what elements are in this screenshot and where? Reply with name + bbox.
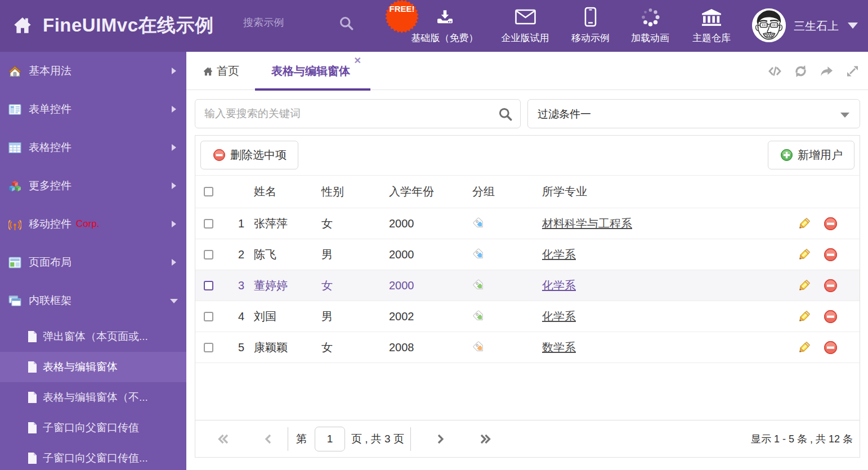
expand-icon[interactable] (846, 65, 859, 78)
sidebar-item-form-controls[interactable]: 表单控件 (0, 90, 186, 128)
tab-home[interactable]: 首页 (203, 52, 239, 90)
source-code-icon[interactable] (768, 65, 781, 78)
major-link[interactable]: 化学系 (542, 279, 576, 292)
row-checkbox[interactable] (204, 343, 213, 352)
frames-icon (8, 294, 21, 307)
first-page-button[interactable] (218, 433, 229, 445)
main-area: 首页 表格与编辑窗体 ✕ 过滤条件一 (186, 52, 868, 470)
row-checkbox[interactable] (204, 250, 213, 259)
delete-row-icon[interactable] (824, 279, 837, 292)
nav-mobile-demo[interactable]: 移动示例 (571, 5, 610, 44)
app-title: FineUIMvc在线示例 (43, 13, 214, 38)
sidebar-item-basic-usage[interactable]: 基本用法 (0, 52, 186, 90)
avatar[interactable] (752, 8, 786, 42)
plus-circle-icon (781, 149, 793, 161)
nav-enterprise-trial[interactable]: 企业版试用 (502, 5, 549, 44)
delete-row-icon[interactable] (824, 248, 837, 261)
major-link[interactable]: 材料科学与工程系 (542, 217, 632, 230)
last-page-button[interactable] (480, 433, 491, 445)
layout-icon (8, 256, 21, 269)
table-row[interactable]: 2 陈飞 男 2000 化学系 (195, 239, 860, 270)
nav-theme-repo[interactable]: 主题仓库 (692, 5, 731, 44)
table-row-selected[interactable]: 3 董婷婷 女 2000 化学系 (195, 270, 860, 301)
table-row[interactable]: 1 张萍萍 女 2000 材料科学与工程系 (195, 208, 860, 239)
column-header-major[interactable]: 所学专业 (542, 184, 798, 199)
row-checkbox[interactable] (204, 312, 213, 321)
add-user-button[interactable]: 新增用户 (768, 141, 854, 169)
keyword-search-input[interactable] (195, 100, 488, 128)
tag-icon (472, 310, 486, 323)
nav-basic-free[interactable]: 基础版（免费） (411, 5, 478, 44)
sidebar-subitem-child-to-parent-2[interactable]: 子窗口向父窗口传值... (0, 443, 186, 470)
antenna-icon (8, 218, 21, 231)
corp-badge: Corp. (76, 218, 100, 230)
page-suffix: 页 , 共 3 页 (351, 432, 404, 446)
major-link[interactable]: 化学系 (542, 310, 576, 323)
sidebar-item-grid-controls[interactable]: 表格控件 (0, 128, 186, 167)
sidebar-subitem-grid-edit-window[interactable]: 表格与编辑窗体 (0, 352, 186, 382)
chevron-right-icon (172, 106, 176, 113)
tag-icon (472, 217, 486, 230)
grid-panel: 删除选中项 新增用户 姓名 性别 入学年份 分组 所学专业 (195, 135, 860, 458)
major-link[interactable]: 化学系 (542, 248, 576, 261)
active-tab-underline (255, 88, 370, 91)
row-checkbox[interactable] (204, 281, 213, 290)
record-count-summary: 显示 1 - 5 条 , 共 12 条 (751, 432, 853, 446)
row-checkbox[interactable] (204, 219, 213, 229)
sidebar-item-more-controls[interactable]: 更多控件 (0, 167, 186, 205)
column-header-year[interactable]: 入学年份 (389, 184, 472, 199)
delete-row-icon[interactable] (824, 310, 837, 323)
delete-row-icon[interactable] (824, 217, 837, 230)
tab-grid-edit-window[interactable]: 表格与编辑窗体 ✕ (255, 52, 370, 90)
sidebar-subitem-popup-window[interactable]: 弹出窗体（本页面或... (0, 321, 186, 352)
nav-loading-animation[interactable]: 加载动画 (631, 5, 669, 44)
chevron-right-icon (172, 68, 176, 74)
page-number-input[interactable] (315, 427, 345, 451)
user-name[interactable]: 三生石上 (794, 19, 839, 34)
next-page-button[interactable] (435, 433, 446, 445)
download-icon (435, 5, 454, 29)
chevron-down-icon (170, 299, 178, 303)
data-grid: 姓名 性别 入学年份 分组 所学专业 1 张萍萍 女 2000 材料科学与工程系 (195, 175, 860, 363)
grid-toolbar: 删除选中项 新增用户 (195, 136, 860, 175)
sidebar-subitem-child-to-parent[interactable]: 子窗口向父窗口传值 (0, 413, 186, 443)
filter-dropdown[interactable]: 过滤条件一 (527, 99, 860, 128)
sidebar-item-iframe[interactable]: 内联框架 (0, 281, 186, 320)
delete-selected-button[interactable]: 删除选中项 (200, 141, 298, 169)
table-row[interactable]: 4 刘国 男 2002 化学系 (195, 301, 860, 332)
edit-pencil-icon[interactable] (798, 248, 811, 261)
home-icon (8, 65, 21, 78)
pagination-bar: 第 页 , 共 3 页 显示 1 - 5 条 , 共 12 条 (195, 420, 860, 457)
home-logo-icon[interactable] (12, 15, 33, 35)
edit-pencil-icon[interactable] (798, 341, 811, 354)
edit-pencil-icon[interactable] (798, 310, 811, 323)
refresh-icon[interactable] (794, 65, 807, 78)
top-header: FineUIMvc在线示例 FREE! 基础版（免费） 企业版试用 移动示例 (0, 0, 868, 52)
header-search-input[interactable] (243, 17, 333, 29)
column-header-group[interactable]: 分组 (472, 184, 542, 199)
search-icon[interactable] (498, 107, 512, 121)
major-link[interactable]: 数学系 (542, 341, 576, 353)
tab-close-icon[interactable]: ✕ (354, 56, 361, 65)
file-icon (27, 422, 38, 434)
file-icon (27, 391, 38, 404)
envelope-icon (514, 5, 536, 29)
column-header-name[interactable]: 姓名 (254, 184, 321, 199)
user-menu-caret-icon[interactable] (848, 23, 858, 29)
file-icon (27, 452, 38, 464)
tag-icon (472, 279, 486, 292)
pager-separator (288, 427, 288, 451)
sidebar-subitem-grid-edit-window-2[interactable]: 表格与编辑窗体（不... (0, 382, 186, 413)
prev-page-button[interactable] (263, 433, 274, 445)
sidebar-item-mobile-controls[interactable]: 移动控件 Corp. (0, 205, 186, 243)
delete-row-icon[interactable] (824, 341, 837, 354)
table-row[interactable]: 5 康颖颖 女 2008 数学系 (195, 332, 860, 362)
sidebar-item-page-layout[interactable]: 页面布局 (0, 243, 186, 281)
sidebar: 基本用法 表单控件 (0, 52, 186, 470)
select-all-checkbox[interactable] (204, 187, 213, 196)
column-header-gender[interactable]: 性别 (321, 184, 389, 199)
edit-pencil-icon[interactable] (798, 217, 811, 230)
header-search-icon[interactable] (339, 16, 354, 30)
share-icon[interactable] (820, 65, 833, 78)
edit-pencil-icon[interactable] (798, 279, 811, 292)
